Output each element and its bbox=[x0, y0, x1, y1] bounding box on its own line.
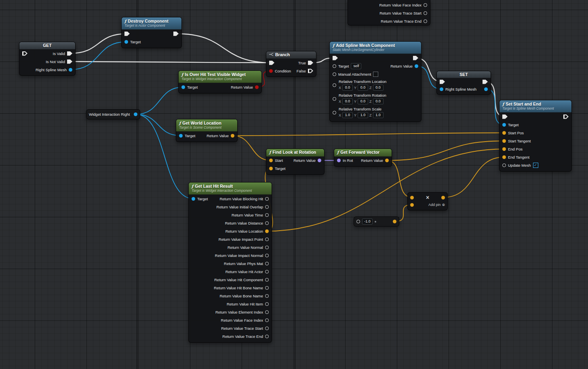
vector-pin[interactable] bbox=[333, 111, 336, 115]
vec-pin[interactable] bbox=[502, 147, 506, 151]
value-box[interactable]: 0.0 bbox=[342, 85, 353, 91]
bool-pin[interactable] bbox=[265, 205, 269, 209]
vec-pin[interactable] bbox=[265, 335, 269, 338]
obj-pin[interactable] bbox=[502, 123, 506, 127]
name-pin[interactable] bbox=[265, 286, 269, 290]
value-box[interactable]: -1.0 bbox=[362, 218, 373, 225]
int-pin[interactable] bbox=[265, 318, 269, 322]
exec-in-pin[interactable] bbox=[269, 61, 274, 65]
object-pin[interactable] bbox=[484, 87, 488, 91]
object-pin[interactable] bbox=[333, 64, 336, 68]
vec-pin[interactable] bbox=[502, 131, 506, 135]
exec-out-pin[interactable] bbox=[413, 56, 418, 60]
object-pin[interactable] bbox=[124, 40, 128, 44]
pin-row: Target bbox=[266, 165, 324, 173]
vec-pin[interactable] bbox=[265, 302, 269, 306]
exec-out-pin[interactable] bbox=[173, 32, 179, 36]
node-destroy-component[interactable]: ƒDestroy Component Target is Actor Compo… bbox=[121, 17, 182, 48]
vec-pin[interactable] bbox=[502, 155, 506, 159]
object-pin[interactable] bbox=[192, 197, 195, 201]
object-pin[interactable] bbox=[415, 64, 418, 68]
vector-pin[interactable] bbox=[385, 159, 389, 162]
vec-pin[interactable] bbox=[424, 11, 427, 15]
pin-label: Return Value Distance bbox=[225, 221, 263, 225]
value-box[interactable]: 1.0 bbox=[373, 112, 384, 118]
vector-pin[interactable] bbox=[393, 220, 396, 223]
self-value-box[interactable]: self bbox=[351, 63, 361, 69]
obj-pin[interactable] bbox=[265, 278, 269, 282]
value-box[interactable]: 1.0 bbox=[342, 112, 353, 118]
bool-pin[interactable] bbox=[255, 85, 259, 89]
node-add-spline-mesh[interactable]: ƒAdd Spline Mesh Component Static Mesh L… bbox=[329, 41, 422, 122]
node-float-literal[interactable]: -1.0 bbox=[354, 216, 399, 227]
node-is-over-hit-test[interactable]: ƒIs Over Hit Test Visible Widget Target … bbox=[178, 70, 262, 93]
exec-out-pin[interactable] bbox=[308, 69, 313, 73]
float-pin[interactable] bbox=[265, 221, 269, 225]
bool-pin[interactable] bbox=[333, 72, 336, 76]
rotator-pin[interactable] bbox=[318, 159, 321, 162]
int-pin[interactable] bbox=[265, 310, 269, 314]
vec-pin[interactable] bbox=[502, 139, 506, 143]
float-pin[interactable] bbox=[265, 213, 269, 217]
int-pin[interactable] bbox=[424, 3, 427, 7]
exec-in-pin[interactable] bbox=[124, 32, 130, 36]
obj-pin[interactable] bbox=[265, 262, 269, 265]
vector-pin[interactable] bbox=[441, 196, 445, 199]
node-get-right-spline-mesh[interactable]: GET Is Valid Is Not Valid Right Spline M… bbox=[19, 42, 76, 76]
node-multiply[interactable]: × Add pin⊕ bbox=[407, 192, 448, 210]
object-pin[interactable] bbox=[179, 134, 183, 138]
exec-out-pin[interactable] bbox=[563, 115, 569, 119]
node-hit-result-partial[interactable]: Return Value Face IndexReturn Value Trac… bbox=[348, 0, 430, 25]
bool-pin[interactable] bbox=[502, 163, 506, 167]
exec-in-pin[interactable] bbox=[502, 115, 508, 119]
exec-out-pin[interactable] bbox=[483, 80, 488, 84]
vector-pin[interactable] bbox=[269, 159, 273, 162]
float-pin[interactable] bbox=[356, 220, 360, 223]
exec-out-pin[interactable] bbox=[308, 61, 313, 65]
node-get-last-hit-result[interactable]: ƒGet Last Hit Result Target is Widget In… bbox=[188, 182, 272, 343]
node-get-forward-vector[interactable]: ƒGet Forward Vector In Rot Return Value bbox=[334, 148, 392, 167]
object-pin[interactable] bbox=[440, 87, 443, 91]
exec-out-pin[interactable] bbox=[67, 51, 72, 56]
exec-out-pin[interactable] bbox=[67, 59, 72, 64]
vector-pin[interactable] bbox=[269, 167, 273, 170]
exec-in-pin[interactable] bbox=[440, 80, 445, 84]
value-box[interactable]: 0.0 bbox=[373, 85, 384, 91]
vector-pin[interactable] bbox=[231, 134, 234, 138]
value-box[interactable]: 0.0 bbox=[358, 98, 368, 104]
node-find-look-at-rotation[interactable]: ƒFind Look at Rotation Start Return Valu… bbox=[266, 148, 325, 175]
value-box[interactable]: 0.0 bbox=[358, 85, 368, 91]
value-box[interactable]: 1.0 bbox=[358, 112, 368, 118]
node-widget-interaction-right[interactable]: Widget Interaction Right bbox=[86, 109, 140, 119]
vec-pin[interactable] bbox=[265, 254, 269, 257]
object-pin[interactable] bbox=[69, 68, 72, 72]
vector-pin[interactable] bbox=[333, 83, 336, 87]
vector-pin[interactable] bbox=[410, 196, 414, 199]
add-pin-button[interactable]: Add pin⊕ bbox=[428, 203, 445, 207]
rotator-pin[interactable] bbox=[337, 159, 341, 162]
blueprint-graph[interactable]: Return Value Face IndexReturn Value Trac… bbox=[0, 0, 588, 369]
checkbox[interactable] bbox=[533, 163, 538, 168]
vec-pin[interactable] bbox=[265, 327, 269, 330]
obj-pin[interactable] bbox=[265, 270, 269, 274]
rotator-pin[interactable] bbox=[333, 97, 336, 101]
vector-pin[interactable] bbox=[410, 203, 414, 207]
vec-pin[interactable] bbox=[265, 246, 269, 249]
vec-pin[interactable] bbox=[265, 238, 269, 241]
node-branch[interactable]: Branch True Condition False bbox=[266, 51, 316, 77]
node-set-right-spline-mesh[interactable]: SET Right Spline Mesh bbox=[436, 71, 491, 95]
vec-pin[interactable] bbox=[265, 229, 269, 233]
object-pin[interactable] bbox=[181, 85, 185, 89]
node-set-start-and-end[interactable]: ƒSet Start and End Target is Spline Mesh… bbox=[499, 100, 572, 172]
exec-in-pin[interactable] bbox=[22, 51, 27, 56]
name-pin[interactable] bbox=[265, 294, 269, 298]
value-box[interactable]: 0.0 bbox=[373, 98, 384, 104]
value-box[interactable]: 0.0 bbox=[342, 98, 353, 104]
vec-pin[interactable] bbox=[424, 19, 427, 23]
node-get-world-location[interactable]: ƒGet World Location Target is Scene Comp… bbox=[176, 119, 238, 142]
bool-pin[interactable] bbox=[265, 197, 269, 201]
checkbox[interactable] bbox=[373, 72, 378, 77]
bool-pin[interactable] bbox=[269, 69, 273, 73]
object-pin[interactable] bbox=[134, 112, 137, 116]
exec-in-pin[interactable] bbox=[333, 56, 338, 60]
